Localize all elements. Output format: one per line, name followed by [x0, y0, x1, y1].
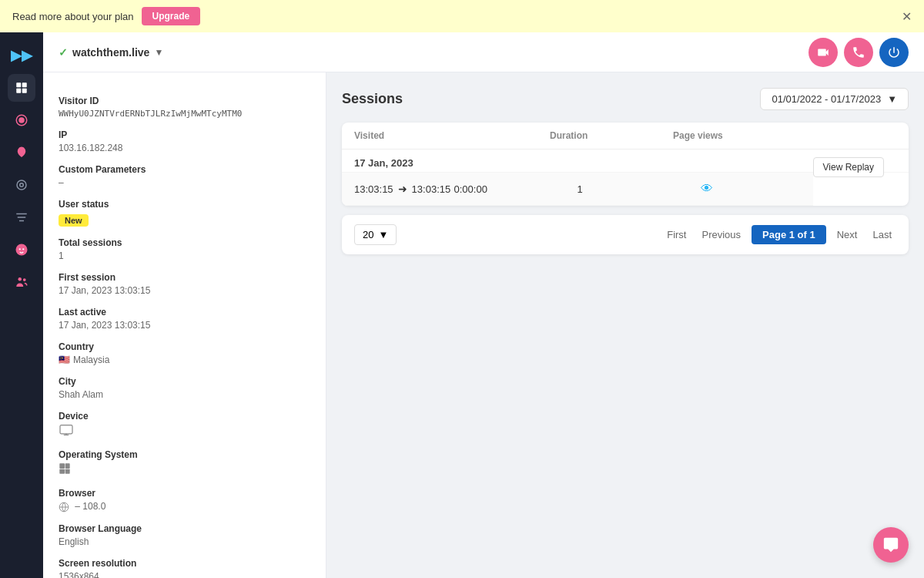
calendar-chevron-icon: ▼ — [887, 93, 897, 105]
next-page-button[interactable]: Next — [832, 226, 862, 244]
table-row: 13:03:15 ➜ 13:03:15 0:00:00 1 👁 — [342, 173, 813, 206]
sidebar-item-funnels[interactable] — [8, 203, 35, 231]
duration-value: 0:00:00 — [454, 183, 578, 195]
visitor-id-label: Visitor ID — [59, 96, 310, 106]
svg-point-13 — [22, 248, 24, 250]
browser-lang-label: Browser Language — [59, 523, 310, 534]
svg-point-7 — [20, 183, 24, 187]
total-sessions-label: Total sessions — [59, 237, 310, 248]
sidebar-item-users[interactable] — [8, 268, 35, 296]
power-button[interactable] — [879, 38, 909, 67]
custom-params-label: Custom Parameters — [59, 164, 310, 175]
page-views-value: 1 — [578, 183, 701, 195]
session-date-row: 17 Jan, 2023 View Replay — [342, 150, 909, 173]
svg-point-11 — [16, 244, 28, 256]
sessions-table: Visited Duration Page views 17 Jan, 2023… — [342, 123, 909, 206]
screen-res-value: 1536x864 — [59, 571, 310, 578]
time-end: 13:03:15 — [412, 183, 451, 195]
svg-point-14 — [18, 277, 22, 281]
first-session-label: First session — [59, 272, 310, 283]
first-session-value: 17 Jan, 2023 13:03:15 — [59, 285, 310, 296]
sidebar: ▶▶ — [0, 32, 43, 578]
col-page-views: Page views — [673, 130, 796, 141]
device-label: Device — [59, 411, 310, 422]
last-page-button[interactable]: Last — [868, 226, 896, 244]
pagination-nav: First Previous Page 1 of 1 Next Last — [662, 225, 896, 244]
col-duration: Duration — [550, 130, 673, 141]
session-date: 17 Jan, 2023 — [354, 157, 413, 169]
svg-rect-21 — [59, 469, 65, 474]
top-banner: Read more about your plan Upgrade ✕ — [0, 0, 924, 32]
last-active-label: Last active — [59, 307, 310, 318]
col-actions — [796, 130, 896, 141]
visitor-info-panel: Visitor ID WWHyU0JZNTVrdERNbTJLRzIwMjMwM… — [43, 72, 326, 578]
os-icon — [59, 462, 310, 477]
svg-point-6 — [17, 180, 26, 190]
date-range-value: 01/01/2022 - 01/17/2023 — [772, 93, 881, 105]
chat-bubble[interactable] — [873, 527, 909, 563]
site-selector[interactable]: ✓ watchthem.live ▼ — [59, 46, 163, 59]
city-label: City — [59, 376, 310, 387]
check-icon: ✓ — [59, 46, 68, 59]
sidebar-logo: ▶▶ — [8, 42, 35, 69]
header-bar: ✓ watchthem.live ▼ — [43, 32, 924, 72]
col-visited: Visited — [354, 130, 550, 141]
sidebar-item-tracking[interactable] — [8, 171, 35, 199]
svg-point-12 — [19, 248, 21, 250]
browser-value: – 108.0 — [59, 501, 310, 512]
phone-button[interactable] — [844, 38, 873, 67]
ip-value: 103.16.182.248 — [59, 143, 310, 153]
per-page-select[interactable]: 20 ▼ — [354, 224, 397, 245]
ip-label: IP — [59, 129, 310, 140]
visitor-id-value: WWHyU0JZNTVrdERNbTJLRzIwMjMwMTcyMTM0 — [59, 109, 310, 119]
svg-rect-1 — [22, 82, 27, 87]
user-status-badge: New — [59, 214, 89, 227]
svg-rect-20 — [65, 463, 70, 469]
sessions-title: Sessions — [342, 91, 403, 107]
view-icon[interactable]: 👁 — [701, 182, 713, 195]
city-value: Shah Alam — [59, 389, 310, 400]
close-banner-icon[interactable]: ✕ — [902, 9, 912, 24]
view-replay-button[interactable]: View Replay — [813, 157, 884, 177]
sessions-header: Sessions 01/01/2022 - 01/17/2023 ▼ — [342, 88, 909, 110]
device-icon — [59, 424, 310, 439]
svg-rect-19 — [59, 463, 65, 469]
date-range-selector[interactable]: 01/01/2022 - 01/17/2023 ▼ — [760, 88, 909, 110]
sessions-panel: Sessions 01/01/2022 - 01/17/2023 ▼ Visit… — [326, 72, 924, 578]
svg-rect-16 — [60, 425, 72, 434]
pagination-bar: 20 ▼ First Previous Page 1 of 1 Next Las… — [342, 215, 909, 254]
page-indicator: Page 1 of 1 — [752, 225, 826, 244]
sidebar-item-feedback[interactable] — [8, 236, 35, 264]
screen-res-label: Screen resolution — [59, 558, 310, 569]
browser-label: Browser — [59, 488, 310, 499]
header-actions — [808, 38, 909, 67]
svg-rect-0 — [16, 82, 21, 87]
video-call-button[interactable] — [808, 38, 838, 67]
row-actions: 👁 — [701, 182, 801, 196]
country-label: Country — [59, 341, 310, 352]
chevron-down-icon: ▼ — [154, 47, 163, 58]
per-page-chevron-icon: ▼ — [378, 229, 388, 240]
arrow-icon: ➜ — [398, 183, 407, 195]
svg-rect-3 — [22, 89, 27, 93]
total-sessions-value: 1 — [59, 250, 310, 261]
svg-point-4 — [18, 117, 25, 123]
sidebar-item-recordings[interactable] — [8, 106, 35, 134]
upgrade-button[interactable]: Upgrade — [142, 7, 201, 25]
sidebar-item-dashboard[interactable] — [8, 74, 35, 102]
first-page-button[interactable]: First — [662, 226, 691, 244]
os-label: Operating System — [59, 449, 310, 460]
custom-params-value: – — [59, 177, 310, 188]
country-flag: 🇲🇾 — [59, 355, 70, 365]
banner-text: Read more about your plan — [12, 11, 134, 22]
browser-lang-value: English — [59, 536, 310, 547]
country-value: 🇲🇾Malaysia — [59, 355, 310, 365]
svg-rect-22 — [65, 469, 70, 474]
prev-page-button[interactable]: Previous — [697, 226, 745, 244]
table-header: Visited Duration Page views — [342, 123, 909, 150]
site-name: watchthem.live — [72, 46, 149, 59]
per-page-value: 20 — [363, 229, 373, 240]
session-time-range: 13:03:15 ➜ 13:03:15 — [354, 183, 454, 195]
sidebar-item-heatmaps[interactable] — [8, 139, 35, 166]
user-status-label: User status — [59, 199, 310, 210]
